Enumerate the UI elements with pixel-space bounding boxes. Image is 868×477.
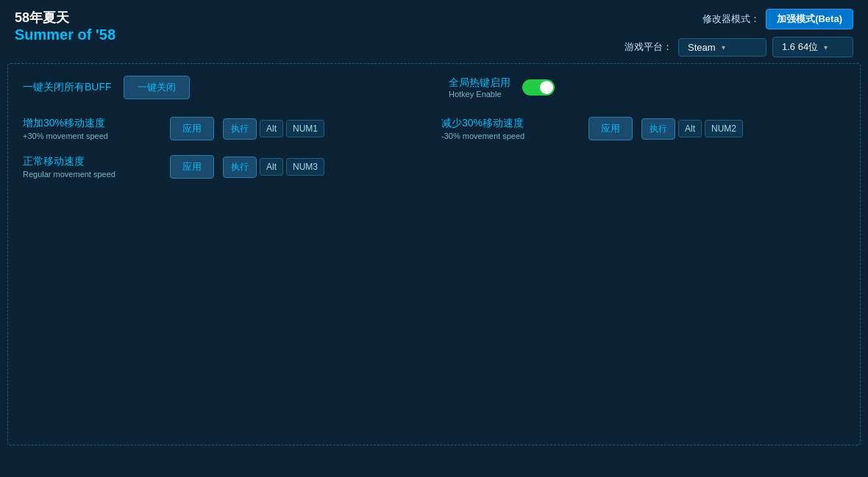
- hotkey-label-zh: 全局热键启用: [449, 76, 511, 90]
- close-all-section: 一键关闭所有BUFF 一键关闭: [23, 76, 419, 99]
- buff-name-zh-1: 增加30%移动速度: [23, 117, 170, 130]
- version-value: 1.6 64位: [782, 40, 818, 54]
- buff-columns: 增加30%移动速度 +30% movement speed 应用 执行 Alt …: [23, 117, 845, 193]
- main-panel: 一键关闭所有BUFF 一键关闭 全局热键启用 Hotkey Enable 增加3…: [7, 63, 861, 445]
- buff-column-right: 减少30%移动速度 -30% movement speed 应用 执行 Alt …: [427, 117, 845, 193]
- version-select[interactable]: 1.6 64位 ▾: [772, 37, 853, 57]
- close-all-button[interactable]: 一键关闭: [124, 76, 190, 99]
- key-alt-1: Alt: [260, 120, 283, 137]
- platform-chevron-icon: ▾: [722, 43, 725, 51]
- close-all-label: 一键关闭所有BUFF: [23, 81, 112, 94]
- hotkey-label-en: Hotkey Enable: [449, 90, 511, 98]
- mode-label: 修改器模式：: [702, 12, 760, 26]
- title-english: Summer of '58: [15, 26, 115, 43]
- title-chinese: 58年夏天: [15, 9, 115, 26]
- buff-name-en-2: Regular movement speed: [23, 170, 170, 179]
- apply-button-2[interactable]: 应用: [170, 155, 214, 179]
- apply-button-right-1[interactable]: 应用: [588, 117, 633, 140]
- key-num3-2: NUM3: [286, 158, 324, 176]
- buff-name-en-right-1: -30% movement speed: [441, 132, 588, 140]
- platform-value: Steam: [688, 42, 716, 53]
- key-num2-right-1: NUM2: [705, 120, 743, 137]
- exec-button-right-1[interactable]: 执行: [641, 118, 675, 140]
- platform-row: 游戏平台： Steam ▾ 1.6 64位 ▾: [625, 37, 853, 57]
- buff-info-2: 正常移动速度 Regular movement speed: [23, 155, 170, 179]
- buff-info-right-1: 减少30%移动速度 -30% movement speed: [441, 117, 588, 140]
- hotkey-label-block: 全局热键启用 Hotkey Enable: [449, 76, 511, 98]
- buff-row-2: 正常移动速度 Regular movement speed 应用 执行 Alt …: [23, 155, 427, 179]
- hotkey-combo-1: 执行 Alt NUM1: [223, 118, 324, 140]
- key-alt-2: Alt: [260, 158, 283, 176]
- buff-name-zh-2: 正常移动速度: [23, 155, 170, 168]
- mode-badge: 加强模式(Beta): [766, 9, 853, 29]
- title-block: 58年夏天 Summer of '58: [15, 9, 115, 43]
- exec-button-1[interactable]: 执行: [223, 118, 257, 140]
- hotkey-combo-2: 执行 Alt NUM3: [223, 157, 324, 178]
- panel-top: 一键关闭所有BUFF 一键关闭 全局热键启用 Hotkey Enable: [23, 76, 845, 99]
- key-num1-1: NUM1: [286, 120, 324, 137]
- platform-select[interactable]: Steam ▾: [678, 38, 766, 57]
- hotkey-combo-right-1: 执行 Alt NUM2: [641, 118, 743, 140]
- buff-info-1: 增加30%移动速度 +30% movement speed: [23, 117, 170, 140]
- exec-button-2[interactable]: 执行: [223, 157, 257, 178]
- version-chevron-icon: ▾: [824, 43, 828, 51]
- platform-label: 游戏平台：: [625, 40, 672, 54]
- apply-button-1[interactable]: 应用: [170, 117, 214, 140]
- buff-row-right-1: 减少30%移动速度 -30% movement speed 应用 执行 Alt …: [441, 117, 845, 140]
- hotkey-section: 全局热键启用 Hotkey Enable: [419, 76, 845, 98]
- hotkey-toggle[interactable]: [522, 79, 555, 96]
- buff-row-1: 增加30%移动速度 +30% movement speed 应用 执行 Alt …: [23, 117, 427, 140]
- buff-column-left: 增加30%移动速度 +30% movement speed 应用 执行 Alt …: [23, 117, 427, 193]
- buff-name-en-1: +30% movement speed: [23, 132, 170, 140]
- key-alt-right-1: Alt: [678, 120, 702, 137]
- app-header: 58年夏天 Summer of '58 修改器模式： 加强模式(Beta) 游戏…: [0, 0, 868, 63]
- buff-name-zh-right-1: 减少30%移动速度: [441, 117, 588, 130]
